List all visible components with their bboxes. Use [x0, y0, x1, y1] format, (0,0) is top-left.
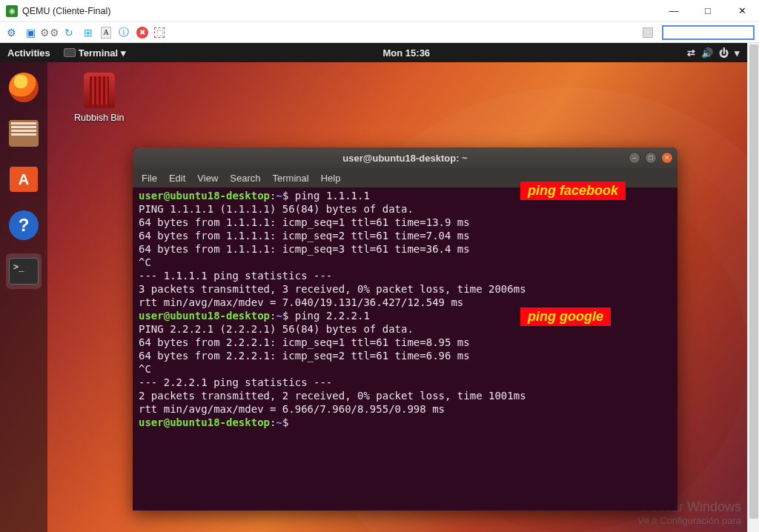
terminal-maximize-button[interactable]: □ [645, 152, 657, 164]
files-icon [9, 120, 39, 147]
dock-terminal[interactable] [6, 253, 42, 289]
dock-firefox[interactable] [6, 70, 42, 105]
gnome-dock: ? [0, 62, 47, 532]
annotation-ping-google: ping google [520, 307, 611, 326]
watermark-line2: Ve a Configuración para [638, 515, 741, 526]
toolbar-icon-gears[interactable]: ⚙⚙ [43, 26, 56, 39]
window-title: QEMU (Cliente-Final) [22, 6, 657, 16]
terminal-menu-view[interactable]: View [197, 173, 218, 184]
minimize-button[interactable]: — [657, 0, 691, 21]
dock-software[interactable] [6, 162, 42, 197]
firefox-icon [9, 73, 39, 102]
outer-scrollbar[interactable] [747, 43, 759, 532]
sound-icon[interactable]: 🔊 [701, 47, 713, 59]
annotation-ping-facebook: ping facebook [520, 182, 626, 200]
toolbar-icon-info[interactable]: ⓘ [117, 26, 130, 39]
desktop-rubbish-bin[interactable]: Rubbish Bin [74, 73, 124, 123]
toolbar-input[interactable] [662, 25, 755, 40]
terminal-icon [9, 258, 39, 285]
toolbar-icon-doc[interactable]: A [101, 27, 111, 39]
toolbar-icon-windows[interactable]: ⊞ [82, 26, 95, 39]
chevron-down-icon[interactable]: ▾ [735, 47, 740, 59]
appmenu-terminal-label: Terminal ▾ [79, 47, 126, 59]
toolbar-icon-settings[interactable]: ⚙ [4, 26, 18, 39]
scrollbar-thumb[interactable] [749, 44, 758, 519]
qemu-icon [6, 5, 18, 17]
terminal-window[interactable]: user@ubuntu18-desktop: ~ – □ ✕ File Edit… [133, 147, 677, 511]
terminal-menu-help[interactable]: Help [321, 173, 341, 184]
power-icon[interactable]: ⏻ [719, 47, 729, 59]
terminal-menu-terminal[interactable]: Terminal [273, 173, 309, 184]
terminal-content[interactable]: user@ubuntu18-desktop:~$ ping 1.1.1.1 PI… [133, 187, 677, 511]
qemu-toolbar: ⚙ ▣ ⚙⚙ ↻ ⊞ A ⓘ ✖ ⬚ [0, 22, 759, 43]
terminal-titlebar[interactable]: user@ubuntu18-desktop: ~ – □ ✕ [133, 147, 677, 168]
gnome-topbar: Activities Terminal ▾ Mon 15:36 ⇄ 🔊 ⏻ ▾ [0, 43, 747, 62]
toolbar-icon-refresh[interactable]: ↻ [62, 26, 76, 39]
network-icon[interactable]: ⇄ [687, 47, 695, 59]
toolbar-icon-stop[interactable]: ✖ [136, 27, 148, 39]
windows-titlebar: QEMU (Cliente-Final) — □ ✕ [0, 0, 759, 22]
terminal-minimize-button[interactable]: – [629, 152, 640, 164]
terminal-menu-search[interactable]: Search [230, 173, 260, 184]
appmenu-terminal[interactable]: Terminal ▾ [64, 47, 126, 59]
toolbar-icon-monitor[interactable]: ▣ [24, 26, 37, 39]
activities-button[interactable]: Activities [7, 47, 50, 59]
trash-icon [84, 73, 115, 108]
terminal-title: user@ubuntu18-desktop: ~ [133, 153, 677, 164]
terminal-mini-icon [64, 48, 76, 57]
terminal-close-button[interactable]: ✕ [661, 152, 673, 164]
terminal-menu-edit[interactable]: Edit [169, 173, 185, 184]
toolbar-gray-box[interactable] [643, 27, 653, 38]
dock-help[interactable]: ? [6, 207, 42, 243]
maximize-button[interactable]: □ [691, 0, 725, 21]
software-icon [10, 167, 38, 192]
close-button[interactable]: ✕ [725, 0, 759, 21]
help-icon: ? [9, 210, 39, 240]
dock-files[interactable] [6, 116, 42, 151]
terminal-menu-file[interactable]: File [142, 173, 157, 184]
toolbar-icon-box[interactable]: ⬚ [154, 27, 165, 38]
desktop-rubbish-label: Rubbish Bin [74, 113, 124, 123]
gnome-clock[interactable]: Mon 15:36 [126, 47, 687, 59]
